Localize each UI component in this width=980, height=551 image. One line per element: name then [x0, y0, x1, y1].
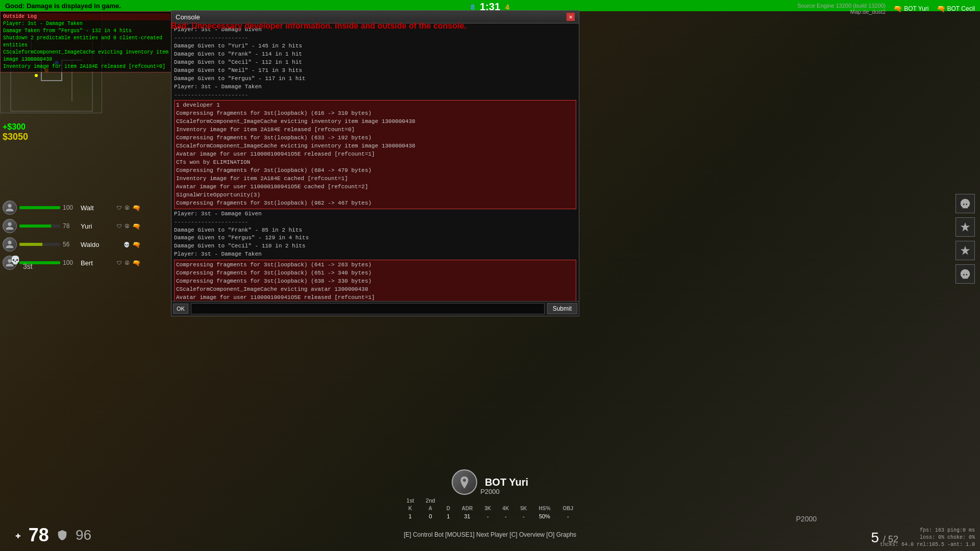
ammo-display: 5 / 52 P2000	[871, 530, 898, 546]
health-armor-display: ✚ 78 96	[15, 524, 91, 546]
console-close-button[interactable]: ✕	[567, 13, 575, 21]
player-name-bert: Bert	[81, 259, 114, 267]
val-k: 1	[401, 512, 420, 520]
spectate-name: BOT Yuri	[485, 477, 528, 488]
console-window: Console ✕ Player: 3st - Damage Given ---…	[171, 10, 579, 316]
weapon-icon-bert: 🔫	[132, 259, 140, 267]
val-4k: -	[497, 512, 514, 520]
spectate-player-name: BOT Yuri	[485, 477, 528, 488]
console-separator: ----------------------	[174, 218, 576, 227]
console-line: Player: 3st - Damage Taken	[174, 83, 576, 91]
player-name-yuri: Yuri	[81, 222, 114, 230]
gun-icon-2: 🔫	[937, 5, 945, 13]
outside-log: Outside Log Player: 3st - Damage Taken D…	[0, 11, 174, 72]
console-line: Damage Given to "Frank" - 114 in 1 hit	[174, 51, 576, 59]
right-side-icons	[955, 194, 975, 284]
armor-value: 96	[76, 527, 91, 543]
console-body[interactable]: Player: 3st - Damage Given -------------…	[172, 23, 579, 301]
scoreboard-data-row: 1 0 1 31 - - - 50% -	[401, 512, 579, 520]
console-line: Damage Given to "Neil" - 171 in 3 hits	[174, 67, 576, 75]
col-3k: 3K	[479, 505, 497, 512]
player-hp-bar-walt	[19, 206, 60, 209]
right-icon-star1	[955, 217, 975, 237]
player-entry-bert: 100 Bert 🛡 ⦿ 🔫	[0, 254, 143, 271]
player-round-label: 3st	[23, 262, 33, 270]
player-entry-walt: 100 Walt 🛡 ⦿ 🔫	[0, 199, 143, 216]
console-highlight-block-2: Compressing fragments for 3st(loopback) …	[174, 260, 576, 301]
console-line: Player: 3st - Damage Given	[174, 26, 576, 34]
console-title: Console	[176, 13, 200, 21]
ammo-mag: 5	[871, 530, 879, 545]
console-separator: ----------------------	[174, 34, 576, 42]
outside-log-line: Damage Taken from "Fergus" - 132 in 4 hi…	[3, 28, 170, 35]
col-hs: HS%	[532, 505, 556, 512]
console-line: Damage Given to "Fergus" - 117 in 1 hit	[174, 75, 576, 83]
player-avatar-yuri	[3, 219, 17, 233]
scoreboard-header-row: K A D ADR 3K 4K 5K HS% OBJ	[401, 505, 579, 512]
outside-log-line: Player: 3st - Damage Taken	[3, 20, 170, 28]
val-obj: -	[556, 512, 579, 520]
control-hint: [E] Control Bot [MOUSE1] Next Player [C]…	[404, 531, 576, 538]
console-separator: ----------------------	[174, 91, 576, 99]
col-adr: ADR	[455, 505, 479, 512]
player-hp-bar-waldo	[19, 243, 60, 246]
col-obj: OBJ	[556, 505, 579, 512]
right-icon-skull	[955, 194, 975, 213]
col-d: D	[441, 505, 455, 512]
player-avatar-waldo	[3, 237, 17, 252]
death-icon: 💀	[10, 255, 20, 265]
bullet-icon-yuri: ⦿	[125, 223, 130, 229]
player-hp-num-bert: 100	[63, 259, 78, 266]
engine-info: Source Engine 13200 (build 13200) Map:de…	[797, 3, 886, 15]
console-titlebar: Console ✕	[172, 11, 579, 23]
scoreboard: P2000 1st 2nd K A D ADR 3K 4K 5K HS% OBJ…	[401, 488, 579, 520]
player-hp-num-walt: 100	[63, 204, 78, 211]
shield-icon-walt: 🛡	[117, 205, 122, 211]
bottom-hud: BOT Yuri P2000 1st 2nd K A D ADR 3K 4K 5…	[0, 490, 980, 551]
armor-icon	[57, 530, 68, 541]
player-avatar-walt	[3, 201, 17, 215]
outside-log-line: CScaleformComponent_ImageCache evicting …	[3, 49, 170, 63]
weapon-icon-walt: 🔫	[132, 204, 140, 212]
ammo-reserve: / 52	[883, 534, 898, 544]
money-gain: +$300	[3, 122, 28, 132]
val-d: 1	[441, 512, 455, 520]
money-display: +$300 $3050	[3, 122, 28, 142]
money-total: $3050	[3, 132, 28, 142]
console-footer: OK Submit	[172, 301, 579, 316]
console-ok-button[interactable]: OK	[173, 304, 188, 314]
map-name: Map:de_dust2	[797, 9, 886, 15]
console-input[interactable]	[191, 303, 545, 314]
val-a: 0	[420, 512, 441, 520]
good-banner-text: Good: Damage is displayed in game.	[5, 2, 121, 10]
console-highlight-block-1: 1 developer 1Compressing fragments for 3…	[174, 100, 576, 209]
score-rank2: 2nd	[420, 496, 441, 505]
svg-point-3	[35, 74, 38, 77]
shield-icon-bert: 🛡	[117, 260, 122, 266]
skull-icon-waldo: 💀	[124, 242, 130, 247]
player-entry-yuri: 78 Yuri 🛡 ⦿ 🔫	[0, 217, 143, 235]
console-line: Damage Given to "Cecil" - 110 in 2 hits	[174, 242, 576, 251]
bullet-icon-bert: ⦿	[125, 260, 130, 266]
health-value: 78	[29, 524, 49, 546]
player-entry-waldo: 56 Waldo 💀 🔫	[0, 236, 143, 253]
weapon-icon-waldo: 🔫	[132, 241, 140, 248]
console-line: Damage Given to "Cecil" - 112 in 1 hit	[174, 59, 576, 67]
bot-yuri-label: 🔫 BOT Yuri	[893, 5, 928, 13]
console-line: Damage Given to "Fergus" - 129 in 4 hits	[174, 234, 576, 242]
bullet-icon-walt: ⦿	[125, 205, 130, 211]
player-hp-bar-yuri	[19, 224, 60, 228]
console-submit-button[interactable]: Submit	[547, 303, 577, 314]
console-line: Damage Given to "Yuri" - 145 in 2 hits	[174, 42, 576, 51]
bot-cecil-label: 🔫 BOT Cecil	[937, 5, 975, 13]
val-3k: -	[479, 512, 497, 520]
col-k: K	[401, 505, 420, 512]
console-line: Damage Given to "Frank" - 85 in 2 hits	[174, 227, 576, 235]
outside-log-line: Inventory image for item 2A184E released…	[3, 63, 170, 70]
weapon-name-hud: P2000	[796, 515, 817, 523]
right-icon-skull2	[955, 264, 975, 284]
shield-icon-yuri: 🛡	[117, 223, 122, 229]
console-line: Player: 3st - Damage Taken	[174, 251, 576, 259]
score-rank1: 1st	[401, 496, 420, 505]
val-adr: 31	[455, 512, 479, 520]
